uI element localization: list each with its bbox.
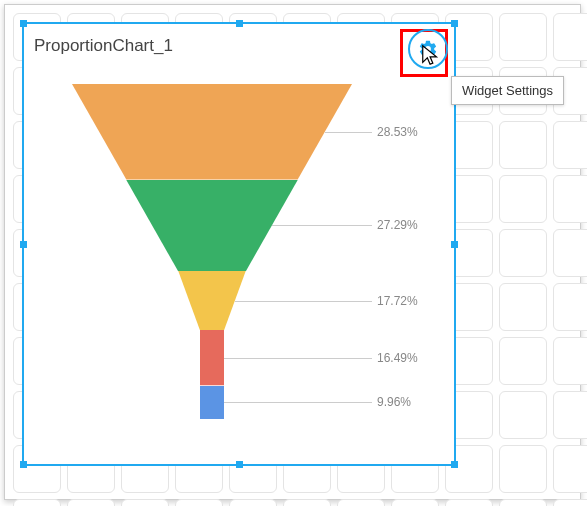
segment-label: 17.72% (377, 294, 418, 308)
label-leader (272, 225, 372, 226)
svg-marker-4 (200, 386, 224, 419)
svg-marker-3 (200, 330, 224, 385)
dashboard-canvas[interactable]: ProportionChart_1 28.53%27.29%17.72%16.4… (13, 13, 572, 491)
resize-handle-top-left[interactable] (20, 20, 27, 27)
segment-label: 28.53% (377, 125, 418, 139)
widget-title: ProportionChart_1 (34, 36, 173, 56)
proportion-chart-widget[interactable]: ProportionChart_1 28.53%27.29%17.72%16.4… (22, 22, 456, 466)
label-leader (224, 402, 372, 403)
funnel-segment (72, 84, 352, 180)
label-leader (235, 301, 372, 302)
resize-handle-bottom-left[interactable] (20, 461, 27, 468)
segment-label: 16.49% (377, 351, 418, 365)
segment-label: 9.96% (377, 395, 411, 409)
widget-settings-tooltip: Widget Settings (451, 76, 564, 105)
funnel-chart: 28.53%27.29%17.72%16.49%9.96% (72, 84, 352, 419)
segment-label: 27.29% (377, 218, 418, 232)
widget-settings-button[interactable] (408, 29, 448, 69)
label-leader (224, 358, 372, 359)
resize-handle-bottom[interactable] (236, 461, 243, 468)
gear-icon (418, 39, 438, 59)
resize-handle-right[interactable] (451, 241, 458, 248)
resize-handle-top-right[interactable] (451, 20, 458, 27)
label-leader (325, 132, 372, 133)
resize-handle-top[interactable] (236, 20, 243, 27)
svg-marker-0 (72, 84, 352, 180)
app-frame: ProportionChart_1 28.53%27.29%17.72%16.4… (4, 4, 581, 500)
resize-handle-left[interactable] (20, 241, 27, 248)
resize-handle-bottom-right[interactable] (451, 461, 458, 468)
